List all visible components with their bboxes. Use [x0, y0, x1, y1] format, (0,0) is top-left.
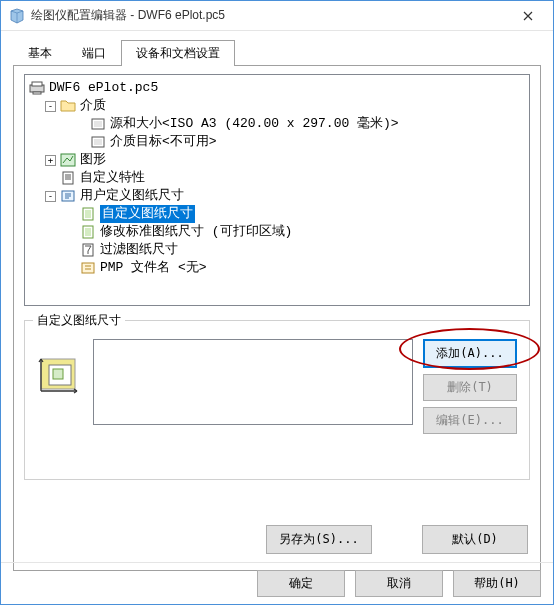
close-button[interactable]	[507, 2, 549, 30]
svg-rect-7	[61, 154, 75, 166]
paper-icon	[90, 135, 106, 149]
cancel-button[interactable]: 取消	[355, 570, 443, 597]
dialog-window: 绘图仪配置编辑器 - DWF6 ePlot.pc5 基本 端口 设备和文档设置 …	[0, 0, 554, 605]
edit-button: 编辑(E)...	[423, 407, 517, 434]
tab-port[interactable]: 端口	[67, 40, 121, 66]
tree-pmp[interactable]: PMP 文件名 <无>	[27, 259, 527, 277]
delete-button: 删除(T)	[423, 374, 517, 401]
button-column: 添加(A)... 删除(T) 编辑(E)...	[423, 339, 517, 434]
tree-custom-prop[interactable]: 自定义特性	[27, 169, 527, 187]
tab-panel: DWF6 ePlot.pc5 - 介质 源和大小<ISO A3 (420.00 …	[13, 65, 541, 571]
paper-icon	[90, 117, 106, 131]
svg-rect-11	[85, 210, 91, 218]
tree-filter-paper[interactable]: 过滤图纸尺寸	[27, 241, 527, 259]
tree-label: PMP 文件名 <无>	[100, 259, 207, 277]
tabs-container: 基本 端口 设备和文档设置 DWF6 ePlot.pc5 - 介质 源和大小<I	[1, 31, 553, 571]
tab-device-doc[interactable]: 设备和文档设置	[121, 40, 235, 66]
svg-rect-6	[94, 139, 102, 145]
graphic-icon	[60, 153, 76, 167]
tree-label: 图形	[80, 151, 106, 169]
tree-label: 自定义特性	[80, 169, 145, 187]
svg-rect-13	[85, 228, 91, 236]
svg-rect-2	[33, 92, 41, 94]
pmp-icon	[80, 261, 96, 275]
expand-icon[interactable]: +	[45, 155, 56, 166]
doc-icon	[60, 171, 76, 185]
paper-size-list[interactable]	[93, 339, 413, 425]
tree-modify-std[interactable]: 修改标准图纸尺寸 (可打印区域)	[27, 223, 527, 241]
svg-rect-15	[82, 263, 94, 273]
page-icon	[80, 225, 96, 239]
tree-custom-paper[interactable]: 自定义图纸尺寸	[27, 205, 527, 223]
plotter-icon	[29, 81, 45, 95]
tree-label: 修改标准图纸尺寸 (可打印区域)	[100, 223, 292, 241]
tree-media-src[interactable]: 源和大小<ISO A3 (420.00 x 297.00 毫米)>	[27, 115, 527, 133]
tab-basic[interactable]: 基本	[13, 40, 67, 66]
tree-label: 介质目标<不可用>	[110, 133, 217, 151]
svg-rect-4	[94, 121, 102, 127]
tree-media[interactable]: - 介质	[27, 97, 527, 115]
tree-label: 源和大小<ISO A3 (420.00 x 297.00 毫米)>	[110, 115, 399, 133]
app-icon	[9, 8, 25, 24]
filter-icon	[80, 243, 96, 257]
tree-root[interactable]: DWF6 ePlot.pc5	[27, 79, 527, 97]
tree-user-paper[interactable]: - 用户定义图纸尺寸	[27, 187, 527, 205]
default-button[interactable]: 默认(D)	[422, 525, 528, 554]
titlebar: 绘图仪配置编辑器 - DWF6 ePlot.pc5	[1, 1, 553, 31]
paper-large-icon	[37, 351, 83, 397]
svg-rect-18	[53, 369, 63, 379]
tree-media-dst[interactable]: 介质目标<不可用>	[27, 133, 527, 151]
svg-rect-8	[63, 172, 73, 184]
page-icon	[80, 207, 96, 221]
dialog-buttons: 确定 取消 帮助(H)	[1, 562, 553, 604]
ok-button[interactable]: 确定	[257, 570, 345, 597]
tabs: 基本 端口 设备和文档设置	[13, 39, 541, 65]
tree-label: 过滤图纸尺寸	[100, 241, 178, 259]
tree-label: DWF6 ePlot.pc5	[49, 79, 158, 97]
tree-label: 介质	[80, 97, 106, 115]
help-button[interactable]: 帮助(H)	[453, 570, 541, 597]
custom-paper-group: 自定义图纸尺寸 添加(A)... 删除(T) 编辑(E)...	[24, 320, 530, 480]
paper-size-icon	[60, 189, 76, 203]
collapse-icon[interactable]: -	[45, 101, 56, 112]
folder-icon	[60, 99, 76, 113]
tree-graphic[interactable]: + 图形	[27, 151, 527, 169]
bottom-buttons: 另存为(S)... 默认(D)	[266, 525, 528, 554]
group-label: 自定义图纸尺寸	[33, 312, 125, 329]
tree-label: 用户定义图纸尺寸	[80, 187, 184, 205]
window-title: 绘图仪配置编辑器 - DWF6 ePlot.pc5	[31, 7, 507, 24]
add-button[interactable]: 添加(A)...	[423, 339, 517, 368]
tree-view[interactable]: DWF6 ePlot.pc5 - 介质 源和大小<ISO A3 (420.00 …	[24, 74, 530, 306]
save-as-button[interactable]: 另存为(S)...	[266, 525, 372, 554]
svg-rect-1	[32, 82, 42, 86]
tree-label: 自定义图纸尺寸	[100, 205, 195, 223]
collapse-icon[interactable]: -	[45, 191, 56, 202]
